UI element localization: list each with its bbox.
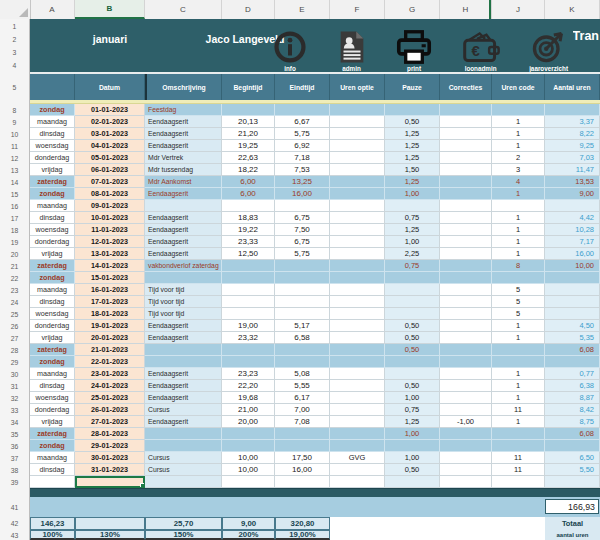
cell-aantal[interactable] [545,284,600,296]
cell-date[interactable]: 20-01-2023 [75,332,145,344]
cell-pauze[interactable]: 2,25 [385,248,440,260]
cell-day[interactable]: maandag [30,116,75,128]
cell-date[interactable]: 23-01-2023 [75,368,145,380]
cell-aantal[interactable]: 8,22 [545,128,600,140]
cell-day[interactable]: maandag [30,368,75,380]
cell-pauze[interactable]: 1,00 [385,188,440,200]
cell-begin[interactable]: 23,23 [222,368,275,380]
cell-aantal[interactable]: 5,50 [545,464,600,476]
row-number[interactable]: 1 [0,20,29,33]
pct-200[interactable]: 200% [222,530,275,540]
cell-end[interactable]: 5,08 [275,368,330,380]
cell-desc[interactable]: vakbondverlof zaterdag [145,260,222,272]
cell-corr[interactable] [440,236,492,248]
info-button[interactable]: info [273,21,307,72]
cell-begin[interactable]: 23,32 [222,332,275,344]
cell-desc[interactable]: Cursus [145,404,222,416]
header-omschrijving[interactable]: Omschrijving [145,74,222,100]
cell-optie[interactable] [330,152,385,164]
cell-desc[interactable] [145,272,222,284]
cell-end[interactable]: 16,00 [275,188,330,200]
cell-begin[interactable]: 6,00 [222,176,275,188]
cell-aantal[interactable]: 7,17 [545,236,600,248]
cell-optie[interactable] [330,200,385,212]
cell-code[interactable] [492,344,545,356]
cell-code[interactable]: 1 [492,128,545,140]
cell-optie[interactable] [330,236,385,248]
cell-pauze[interactable]: 0,50 [385,344,440,356]
sum-150[interactable]: 25,70 [145,517,222,530]
cell-optie[interactable] [330,140,385,152]
cell-pauze[interactable]: 1,25 [385,176,440,188]
cell-aantal[interactable]: 16,00 [545,248,600,260]
cell-end[interactable]: 13,25 [275,176,330,188]
cell-day[interactable]: maandag [30,284,75,296]
cell-optie[interactable]: GVG [330,452,385,464]
cell-desc[interactable]: Eendaagserit [145,416,222,428]
cell-begin[interactable]: 6,00 [222,188,275,200]
cell-corr[interactable] [440,128,492,140]
cell-code[interactable] [492,476,545,488]
cell-day[interactable]: dinsdag [30,128,75,140]
cell-day[interactable]: zondag [30,356,75,368]
cell-day[interactable]: zaterdag [30,176,75,188]
cell-corr[interactable] [440,392,492,404]
cell-end[interactable]: 6,58 [275,332,330,344]
column-header-g[interactable]: G [385,0,440,19]
cell-date[interactable]: 12-01-2023 [75,236,145,248]
cell-aantal[interactable]: 13,53 [545,176,600,188]
cell-day[interactable]: dinsdag [30,464,75,476]
cell-date[interactable]: 07-01-2023 [75,176,145,188]
cell-pauze[interactable]: 0,75 [385,212,440,224]
cell-end[interactable]: 6,75 [275,236,330,248]
cell-desc[interactable]: Mdr Aankomst [145,176,222,188]
row-number[interactable]: 3 [0,46,29,59]
cell-desc[interactable]: Eendaagserit [145,368,222,380]
pct-19[interactable]: 19,00% [275,530,330,540]
cell-desc[interactable]: Eendaagserit [145,224,222,236]
cell-date[interactable]: 04-01-2023 [75,140,145,152]
cell-corr[interactable] [440,452,492,464]
cell-pauze[interactable]: 1,25 [385,416,440,428]
cell-date[interactable]: 27-01-2023 [75,416,145,428]
cell-corr[interactable] [440,476,492,488]
cell-code[interactable]: 1 [492,368,545,380]
cell-aantal[interactable] [545,476,600,488]
column-header-c[interactable]: C [145,0,222,19]
cell-corr[interactable] [440,404,492,416]
cell-corr[interactable] [440,284,492,296]
cell-desc[interactable] [145,440,222,452]
header-begintijd[interactable]: Begintijd [222,74,275,100]
cell-desc[interactable]: Eendaagserit [145,392,222,404]
cell-end[interactable]: 6,67 [275,116,330,128]
cell-code[interactable]: 11 [492,404,545,416]
cell-pauze[interactable] [385,104,440,116]
cell-begin[interactable] [222,356,275,368]
cell-begin[interactable] [222,476,275,488]
cell-optie[interactable] [330,224,385,236]
cell-desc[interactable]: Mdr tussendag [145,164,222,176]
cell-date[interactable]: 19-01-2023 [75,320,145,332]
cell-code[interactable]: 1 [492,140,545,152]
cell-day[interactable]: donderdag [30,236,75,248]
cell-day[interactable]: zondag [30,272,75,284]
cell-begin[interactable]: 18,22 [222,164,275,176]
cell-date[interactable]: 01-01-2023 [75,104,145,116]
cell-day[interactable]: vrijdag [30,248,75,260]
cell-end[interactable]: 6,92 [275,140,330,152]
cell-aantal[interactable]: 3,37 [545,116,600,128]
cell-end[interactable]: 16,00 [275,464,330,476]
cell-code[interactable]: 1 [492,224,545,236]
cell-aantal[interactable]: 10,28 [545,224,600,236]
cell-date[interactable]: 31-01-2023 [75,464,145,476]
cell-corr[interactable] [440,212,492,224]
cell-aantal[interactable] [545,440,600,452]
cell-pauze[interactable]: 0,50 [385,116,440,128]
cell-pauze[interactable]: 0,50 [385,332,440,344]
cell-date[interactable]: 24-01-2023 [75,380,145,392]
cell-code[interactable]: 1 [492,416,545,428]
cell-date[interactable]: 16-01-2023 [75,284,145,296]
column-header-a[interactable]: A [30,0,75,19]
cell-begin[interactable]: 18,83 [222,212,275,224]
cell-optie[interactable] [330,356,385,368]
